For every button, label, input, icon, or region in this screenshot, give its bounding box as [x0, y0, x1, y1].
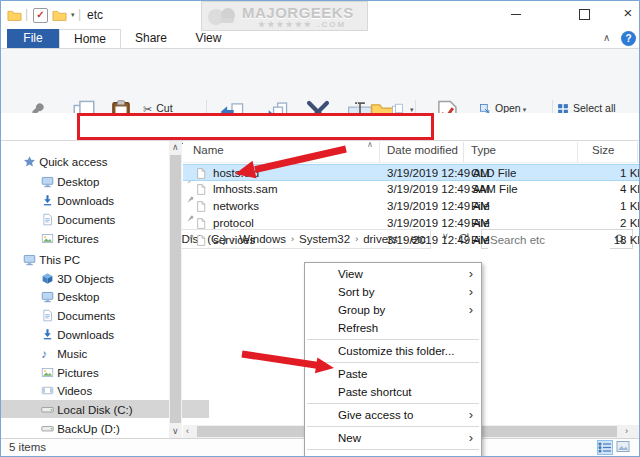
- watermark-subtitle: ★★★★★★ .COM: [258, 20, 346, 29]
- window-title: etc: [87, 8, 103, 22]
- column-divider[interactable]: [577, 142, 578, 162]
- dropdown-icon: ▾: [523, 106, 527, 113]
- column-divider[interactable]: [463, 142, 464, 162]
- minimize-icon: [511, 14, 521, 15]
- drive-icon: [41, 403, 54, 416]
- music-note-icon: ♪: [41, 345, 54, 363]
- qat-properties-icon[interactable]: ✓: [33, 8, 48, 23]
- details-view-icon: [598, 441, 612, 454]
- document-icon: [41, 309, 54, 322]
- video-icon: [41, 384, 54, 397]
- qat-separator: |: [78, 7, 81, 21]
- file-row-lmhosts-sam[interactable]: lmhosts.sam 3/19/2019 12:49 AM SAM File …: [183, 181, 640, 198]
- watermark-title: MAJORGEEKS: [242, 4, 354, 21]
- tab-file[interactable]: File: [7, 29, 59, 48]
- file-icon: [195, 183, 207, 196]
- majorgeeks-watermark: MAJORGEEKS ★★★★★★ .COM: [201, 1, 368, 31]
- tab-home[interactable]: Home: [59, 29, 121, 48]
- large-icons-view-button[interactable]: [616, 440, 632, 455]
- document-icon: [41, 213, 54, 226]
- app-folder-icon: [7, 8, 22, 23]
- menu-item-view[interactable]: View›: [305, 265, 481, 283]
- sort-ascending-icon[interactable]: ∧: [367, 140, 373, 149]
- menu-item-group-by[interactable]: Group by›: [305, 301, 481, 319]
- navigation-pane: Quick access Desktop Downloads Documents…: [1, 141, 169, 438]
- tab-share[interactable]: Share: [121, 29, 181, 48]
- maximize-icon: [579, 9, 590, 20]
- file-icon: [195, 167, 207, 180]
- computer-icon: [23, 253, 36, 266]
- sidebar-item-quick-access[interactable]: Quick access: [1, 152, 191, 170]
- picture-icon: [41, 232, 54, 245]
- watermark-graphic: [206, 5, 238, 29]
- tab-view[interactable]: View: [181, 29, 236, 48]
- large-icons-view-icon: [616, 440, 630, 453]
- download-arrow-icon: [41, 328, 54, 341]
- menu-item-paste-shortcut[interactable]: Paste shortcut: [305, 383, 481, 401]
- address-bar: ← → ∨ ↑ › This PC › Local Disk (C:) › Wi…: [1, 113, 640, 141]
- submenu-arrow-icon: ›: [469, 265, 473, 283]
- cube-icon: [41, 272, 54, 285]
- sidebar-scrollbar-thumb[interactable]: [170, 155, 181, 423]
- menu-item-properties[interactable]: Properties: [305, 452, 481, 457]
- file-row-protocol[interactable]: protocol 3/19/2019 12:49 AM File 2 KB: [183, 215, 640, 232]
- column-divider[interactable]: [637, 142, 638, 162]
- scroll-left-icon[interactable]: ‹: [186, 426, 189, 436]
- minimize-button[interactable]: [501, 4, 531, 24]
- sidebar-item-this-pc[interactable]: This PC: [1, 250, 191, 268]
- qat-dropdown-icon[interactable]: ▾: [71, 11, 75, 19]
- menu-separator: [307, 339, 479, 340]
- drive-icon: [41, 422, 54, 435]
- monitor-icon: [41, 290, 54, 303]
- file-row-services[interactable]: services 3/19/2019 12:49 AM File 18 KB: [183, 232, 640, 249]
- picture-icon: [41, 366, 54, 379]
- collapse-ribbon-icon[interactable]: ∧: [603, 32, 610, 43]
- menu-separator: [307, 426, 479, 427]
- item-count-label: 5 items: [9, 441, 46, 453]
- maximize-button[interactable]: [569, 4, 599, 24]
- scroll-right-icon[interactable]: ›: [625, 426, 628, 436]
- help-icon[interactable]: ?: [621, 31, 636, 46]
- menu-separator: [307, 362, 479, 363]
- scroll-up-icon[interactable]: ∧: [172, 142, 179, 152]
- submenu-arrow-icon: ›: [469, 406, 473, 424]
- menu-item-new[interactable]: New›: [305, 429, 481, 447]
- file-icon: [195, 200, 207, 213]
- column-divider[interactable]: [379, 142, 380, 162]
- qat-separator: |: [25, 7, 28, 21]
- ribbon-tab-bar: File Home Share View ∧ ?: [1, 29, 640, 48]
- explorer-window: | ✓ ▾ | etc × MAJORGEEKS ★★★★★★ .COM Fil…: [0, 0, 640, 457]
- menu-separator: [307, 403, 479, 404]
- submenu-arrow-icon: ›: [469, 429, 473, 447]
- download-arrow-icon: [41, 194, 54, 207]
- qat-new-folder-icon[interactable]: [52, 8, 67, 23]
- column-header-date-modified[interactable]: Date modified: [387, 144, 458, 156]
- file-icon: [195, 217, 207, 230]
- column-header-name[interactable]: Name: [193, 144, 224, 156]
- details-view-button[interactable]: [597, 440, 613, 455]
- monitor-icon: [41, 175, 54, 188]
- submenu-arrow-icon: ›: [469, 283, 473, 301]
- file-icon: [195, 234, 207, 247]
- menu-item-refresh[interactable]: Refresh: [305, 319, 481, 337]
- menu-item-sort-by[interactable]: Sort by›: [305, 283, 481, 301]
- menu-item-paste[interactable]: Paste: [305, 365, 481, 383]
- ribbon: Pin to Quick access Copy Paste ✂Cut Copy…: [1, 48, 640, 115]
- file-row-hosts-old[interactable]: hosts.old 3/19/2019 12:49 AM OLD File 1 …: [183, 164, 640, 181]
- menu-separator: [307, 449, 479, 450]
- column-header-type[interactable]: Type: [471, 144, 496, 156]
- star-icon: [23, 155, 36, 168]
- file-row-networks[interactable]: networks 3/19/2019 12:49 AM File 1 KB: [183, 198, 640, 215]
- menu-item-customize-this-folder[interactable]: Customize this folder...: [305, 342, 481, 360]
- submenu-arrow-icon: ›: [469, 301, 473, 319]
- context-menu: View› Sort by› Group by› Refresh Customi…: [304, 262, 482, 457]
- close-button[interactable]: ×: [613, 3, 640, 23]
- scroll-down-icon[interactable]: ∨: [172, 426, 179, 436]
- column-header-size[interactable]: Size: [592, 144, 614, 156]
- dropdown-icon: ▾: [410, 106, 414, 113]
- menu-item-give-access-to[interactable]: Give access to›: [305, 406, 481, 424]
